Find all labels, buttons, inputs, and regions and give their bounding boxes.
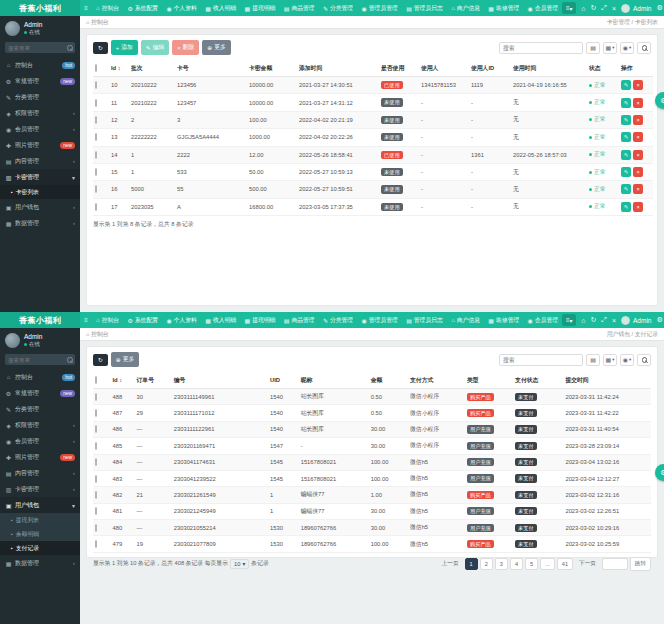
nav-item-分类管理[interactable]: ✎分类管理 [319, 312, 358, 328]
nav-item-管理员日志[interactable]: ▤管理员日志 [402, 0, 447, 16]
row-checkbox[interactable] [95, 524, 97, 532]
nav-item-会员管理[interactable]: ◉会员管理 [523, 0, 562, 16]
next-page-button[interactable]: 下一页 [575, 558, 600, 570]
nav-item-商户信息[interactable]: ⌂商户信息 [447, 0, 484, 16]
home-icon[interactable]: ⌂ [581, 317, 585, 324]
sidebar-item-照片管理[interactable]: ✚照片管理new [0, 449, 80, 465]
layout-toggle-button[interactable]: ▤ [586, 354, 600, 366]
user-menu[interactable]: Admin [621, 4, 651, 13]
nav-item-收入明细[interactable]: ▦收入明细 [201, 0, 240, 16]
gear-icon[interactable]: ⚙ [656, 316, 662, 324]
nav-item-管理员管理[interactable]: ◉管理员管理 [357, 0, 402, 16]
edit-button[interactable]: ✎ [621, 150, 631, 160]
page-button-2[interactable]: 2 [480, 558, 493, 570]
sidebar-item-内容管理[interactable]: ▤内容管理‹ [0, 465, 80, 481]
delete-button[interactable]: × [633, 202, 643, 212]
nav-item-管理员日志[interactable]: ▤管理员日志 [402, 312, 447, 328]
home-icon[interactable]: ⌂ [581, 5, 585, 12]
delete-button[interactable]: × [633, 80, 643, 90]
row-checkbox[interactable] [95, 475, 97, 483]
edit-button[interactable]: ✎ [621, 80, 631, 90]
row-checkbox[interactable] [95, 393, 97, 401]
nav-item-控制台[interactable]: ⌂控制台 [92, 312, 123, 328]
submenu-item-提现列表[interactable]: ▪提现列表 [0, 513, 80, 527]
export-button[interactable]: ◉▾ [620, 354, 634, 366]
sidebar-item-会员管理[interactable]: ◉会员管理‹ [0, 121, 80, 137]
fullscreen-icon[interactable]: ⤢ [601, 4, 607, 12]
nav-item-系统配置[interactable]: ⚙系统配置 [123, 312, 162, 328]
delete-button[interactable]: × [633, 150, 643, 160]
page-button-41[interactable]: 41 [557, 558, 573, 570]
close-icon[interactable]: × [612, 5, 616, 12]
row-checkbox[interactable] [95, 507, 97, 515]
nav-item-装修管理[interactable]: ▦装修管理 [484, 312, 523, 328]
gear-icon[interactable]: ⚙ [656, 4, 662, 12]
select-all-checkbox[interactable] [95, 376, 97, 384]
nav-item-收入明细[interactable]: ▦收入明细 [201, 312, 240, 328]
nav-item-控制台[interactable]: ⌂控制台 [92, 0, 123, 16]
select-all-checkbox[interactable] [95, 64, 97, 72]
sidebar-item-用户钱包[interactable]: ▣用户钱包▾ [0, 497, 80, 513]
sidebar-item-权限管理[interactable]: ◈权限管理‹ [0, 105, 80, 121]
submenu-item-支付记录[interactable]: ▪支付记录 [0, 541, 80, 555]
nav-item-提现明细[interactable]: ▦提现明细 [240, 0, 279, 16]
sidebar-item-分类管理[interactable]: ✎分类管理 [0, 89, 80, 105]
nav-item-个人资料[interactable]: ◉个人资料 [162, 312, 201, 328]
sidebar-toggle[interactable]: ≡ [80, 312, 92, 328]
page-button-4[interactable]: 4 [510, 558, 523, 570]
sidebar-search-input[interactable] [8, 357, 67, 363]
nav-item-分类管理[interactable]: ✎分类管理 [319, 0, 358, 16]
row-checkbox[interactable] [95, 442, 97, 450]
delete-button[interactable]: × [633, 98, 643, 108]
nav-item-商户信息[interactable]: ⌂商户信息 [447, 312, 484, 328]
delete-button[interactable]: × [633, 115, 643, 125]
more-button[interactable]: ⊕更多 [111, 352, 139, 367]
page-jump-input[interactable] [602, 558, 628, 570]
sidebar-item-卡密管理[interactable]: ▥卡密管理▾ [0, 169, 80, 185]
edit-button[interactable]: ✎ [621, 184, 631, 194]
sidebar-item-用户钱包[interactable]: ▣用户钱包‹ [0, 199, 80, 215]
edit-button[interactable]: ✎ [621, 98, 631, 108]
page-button-1[interactable]: 1 [465, 558, 478, 570]
submenu-item-卡密列表[interactable]: ▪卡密列表 [0, 185, 80, 199]
sidebar-item-控制台[interactable]: ⌂控制台hot [0, 57, 80, 73]
page-button-3[interactable]: 3 [495, 558, 508, 570]
row-checkbox[interactable] [95, 116, 97, 124]
table-search-input[interactable] [499, 354, 583, 366]
row-checkbox[interactable] [95, 491, 97, 499]
refresh-icon[interactable]: ↻ [590, 4, 596, 12]
sidebar-item-权限管理[interactable]: ◈权限管理‹ [0, 417, 80, 433]
edit-button[interactable]: ✎ [621, 167, 631, 177]
submenu-item-余额明细[interactable]: ▪余额明细 [0, 527, 80, 541]
row-checkbox[interactable] [95, 203, 97, 211]
nav-item-装修管理[interactable]: ▦装修管理 [484, 0, 523, 16]
sidebar-item-卡密管理[interactable]: ▥卡密管理‹ [0, 481, 80, 497]
sidebar-item-常规管理[interactable]: ⚙常规管理new [0, 385, 80, 401]
edit-button[interactable]: ✎ [621, 202, 631, 212]
sidebar-item-常规管理[interactable]: ⚙常规管理new [0, 73, 80, 89]
header-menu-dropdown[interactable]: ≡▾ [562, 2, 576, 14]
table-search-input[interactable] [499, 42, 583, 54]
columns-button[interactable]: ▦▾ [603, 42, 617, 54]
sort-icon[interactable]: ↕ [116, 65, 121, 71]
search-button[interactable] [637, 354, 651, 366]
nav-item-会员管理[interactable]: ◉会员管理 [523, 312, 562, 328]
row-checkbox[interactable] [95, 425, 97, 433]
row-checkbox[interactable] [95, 81, 97, 89]
row-checkbox[interactable] [95, 540, 97, 548]
export-button[interactable]: ◉▾ [620, 42, 634, 54]
nav-item-管理员管理[interactable]: ◉管理员管理 [357, 312, 402, 328]
sidebar-item-照片管理[interactable]: ✚照片管理new [0, 137, 80, 153]
add-button[interactable]: +添加 [111, 40, 138, 55]
sidebar-toggle[interactable]: ≡ [80, 0, 92, 16]
page-button-5[interactable]: 5 [525, 558, 538, 570]
sidebar-item-控制台[interactable]: ⌂控制台hot [0, 369, 80, 385]
prev-page-button[interactable]: 上一页 [438, 558, 463, 570]
edit-button[interactable]: ✎ [621, 115, 631, 125]
row-checkbox[interactable] [95, 458, 97, 466]
delete-button[interactable]: × [633, 167, 643, 177]
layout-toggle-button[interactable]: ▤ [586, 42, 600, 54]
refresh-button[interactable]: ↻ [93, 354, 108, 366]
row-checkbox[interactable] [95, 133, 97, 141]
fullscreen-icon[interactable]: ⤢ [601, 316, 607, 324]
